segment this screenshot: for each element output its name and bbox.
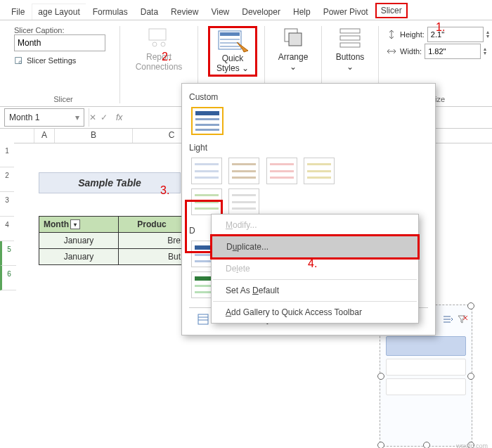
watermark: wsxdn.com (456, 442, 488, 448)
name-box[interactable]: Month 1 ▾ (4, 108, 84, 127)
width-spinner[interactable]: ▴▾ (484, 47, 486, 56)
width-input[interactable] (425, 44, 481, 59)
row-header[interactable]: 1 (0, 143, 14, 167)
row-header[interactable]: 2 (0, 167, 14, 192)
table-header-month[interactable]: Month▾ (39, 217, 119, 233)
annotation-2: 2. (162, 51, 171, 63)
row-header[interactable]: 3 (0, 192, 14, 217)
chevron-down-icon: ⌄ (329, 62, 371, 72)
svg-rect-2 (149, 29, 166, 40)
row-header[interactable]: 6 (0, 266, 16, 290)
slicer-settings-label: Slicer Settings (27, 56, 76, 65)
svg-rect-0 (15, 58, 22, 64)
enter-icon[interactable]: ✓ (101, 113, 108, 122)
svg-rect-14 (340, 43, 360, 47)
group-label-slicer: Slicer (14, 95, 112, 103)
tab-formulas[interactable]: Formulas (87, 4, 134, 20)
slicer-caption-input[interactable] (14, 34, 105, 51)
buttons-icon (337, 26, 363, 50)
sample-table-title: Sample Table (39, 172, 181, 193)
row-headers: 1 2 3 4 5 6 15 16 (0, 143, 16, 448)
style-thumb[interactable] (304, 158, 335, 184)
new-style-icon (198, 314, 210, 325)
slicer-item[interactable] (386, 378, 466, 395)
height-icon (386, 29, 397, 40)
chevron-down-icon: ▾ (75, 113, 79, 122)
quick-styles-icon (217, 30, 248, 53)
col-header-a[interactable]: A (34, 129, 55, 143)
settings-icon (14, 56, 24, 65)
ctx-modify[interactable]: Modify... (212, 215, 418, 236)
arrange-button[interactable]: Arrange ⌄ (272, 26, 314, 72)
annotation-4: 4. (308, 257, 317, 270)
filter-icon[interactable]: ▾ (70, 219, 80, 229)
ctx-duplicate[interactable]: Duplicate... (210, 234, 420, 260)
style-thumb[interactable] (266, 158, 297, 184)
tab-data[interactable]: Data (135, 4, 164, 20)
fx-icon[interactable]: fx (112, 113, 127, 122)
name-box-value: Month 1 (9, 113, 39, 122)
slicer-item-selected[interactable] (386, 336, 466, 356)
svg-rect-12 (340, 29, 360, 33)
slicer-settings-button[interactable]: Slicer Settings (14, 56, 112, 65)
tab-view[interactable]: View (205, 4, 235, 20)
height-spinner[interactable]: ▴▾ (486, 30, 489, 39)
report-connections-icon (145, 26, 173, 50)
tab-power-pivot[interactable]: Power Pivot (318, 4, 374, 20)
cancel-icon[interactable]: ✕ (89, 113, 96, 122)
svg-rect-6 (220, 32, 240, 36)
quick-styles-button[interactable]: Quick Styles ⌄ (208, 26, 257, 77)
svg-point-1 (19, 61, 22, 64)
tab-developer[interactable]: Developer (236, 4, 286, 20)
section-custom: Custom (189, 92, 428, 102)
arrange-icon (280, 26, 306, 50)
style-thumb[interactable] (228, 188, 259, 215)
table-row[interactable]: JanuaryBre (39, 233, 186, 249)
report-conn-l2: Connections (127, 62, 190, 72)
style-thumb-custom[interactable] (191, 107, 224, 135)
slicer-item[interactable] (386, 359, 466, 376)
tab-page-layout[interactable]: age Layout (32, 4, 85, 20)
chevron-down-icon: ⌄ (242, 63, 249, 73)
buttons-label: Buttons (336, 52, 365, 62)
report-connections-button[interactable]: Report Connections (127, 26, 190, 72)
table-header-product[interactable]: Produc (119, 217, 186, 233)
tab-slicer[interactable]: Slicer (375, 3, 408, 18)
multi-select-icon[interactable] (442, 314, 453, 324)
quick-styles-l1: Quick (222, 53, 244, 63)
annotation-1: 1. (436, 21, 445, 34)
svg-rect-11 (289, 33, 302, 46)
ribbon-tabs: File age Layout Formulas Data Review Vie… (0, 0, 492, 20)
section-light: Light (189, 143, 428, 153)
width-icon (386, 46, 397, 57)
ctx-set-default[interactable]: Set As Default (212, 280, 418, 301)
quick-styles-l2: Styles (216, 63, 240, 73)
width-label: Width: (400, 47, 422, 56)
row-header[interactable]: 5 (0, 241, 16, 266)
tab-file[interactable]: File (6, 4, 30, 20)
svg-point-3 (153, 42, 157, 46)
style-thumb[interactable] (191, 158, 222, 184)
tab-help[interactable]: Help (287, 4, 316, 20)
svg-rect-17 (198, 314, 208, 324)
style-thumb[interactable] (228, 158, 259, 184)
slicer-caption-label: Slicer Caption: (14, 26, 112, 34)
arrange-label: Arrange (278, 52, 309, 62)
report-conn-l1: Report (127, 52, 190, 62)
ctx-add-gallery[interactable]: Add Gallery to Quick Access Toolbar (212, 302, 418, 323)
annotation-3: 3. (160, 184, 169, 197)
height-label: Height: (400, 30, 425, 39)
chevron-down-icon: ⌄ (272, 62, 314, 72)
svg-point-4 (161, 42, 165, 46)
svg-rect-13 (340, 36, 360, 40)
buttons-dropdown[interactable]: Buttons ⌄ (329, 26, 371, 72)
tab-review[interactable]: Review (165, 4, 204, 20)
table-row[interactable]: JanuaryBut (39, 249, 186, 265)
clear-filter-icon[interactable] (456, 314, 467, 324)
row-header[interactable]: 4 (0, 217, 14, 241)
data-table: Month▾ Produc JanuaryBre JanuaryBut (39, 216, 186, 265)
col-header-b[interactable]: B (55, 129, 133, 143)
